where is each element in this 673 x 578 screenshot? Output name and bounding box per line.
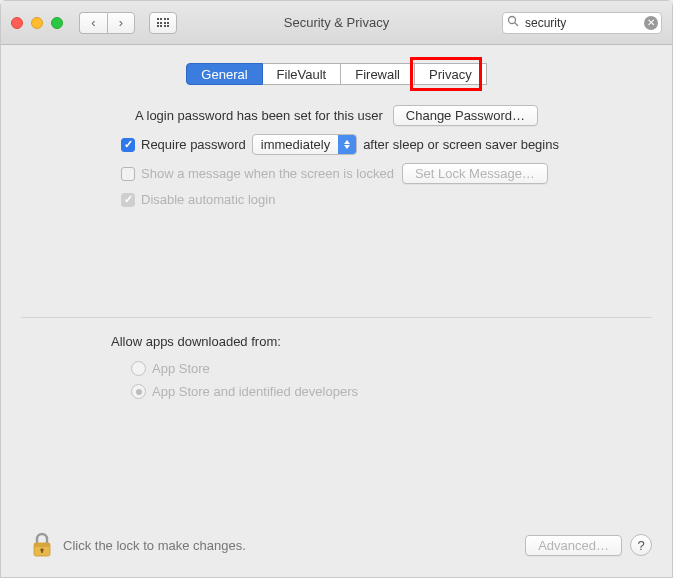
require-password-delay-select[interactable]: immediately [252,134,357,155]
show-message-label: Show a message when the screen is locked [141,166,394,181]
minimize-window-button[interactable] [31,17,43,29]
tab-firewall[interactable]: Firewall [341,63,415,85]
lock-icon [29,531,55,559]
radio-row-app-store: App Store [21,361,652,376]
allow-apps-title: Allow apps downloaded from: [21,334,652,349]
radio-app-store-label: App Store [152,361,210,376]
radio-identified-label: App Store and identified developers [152,384,358,399]
require-password-row: Require password immediately after sleep… [21,134,652,155]
disable-auto-login-row: Disable automatic login [21,192,652,207]
grid-icon [157,18,170,27]
disable-auto-login-label: Disable automatic login [141,192,275,207]
lock-text: Click the lock to make changes. [63,538,246,553]
window-title: Security & Privacy [284,15,389,30]
chevron-right-icon: › [119,15,123,30]
lock-button[interactable] [29,531,55,559]
show-all-button[interactable] [149,12,177,34]
divider [21,317,652,318]
change-password-button[interactable]: Change Password… [393,105,538,126]
radio-identified-developers [131,384,146,399]
svg-line-1 [515,23,518,26]
traffic-lights [11,17,63,29]
svg-point-0 [509,17,516,24]
select-value: immediately [261,137,330,152]
chevron-updown-icon [338,135,356,154]
titlebar: ‹ › Security & Privacy ✕ [1,1,672,45]
login-password-text: A login password has been set for this u… [135,108,383,123]
svg-rect-3 [34,543,50,547]
preferences-window: ‹ › Security & Privacy ✕ General FileVau… [0,0,673,578]
show-message-checkbox [121,167,135,181]
search-input[interactable] [502,12,662,34]
disable-auto-login-checkbox [121,193,135,207]
forward-button[interactable]: › [107,12,135,34]
search-wrap: ✕ [502,12,662,34]
zoom-window-button[interactable] [51,17,63,29]
footer: Click the lock to make changes. Advanced… [21,525,652,563]
require-password-checkbox[interactable] [121,138,135,152]
help-button[interactable]: ? [630,534,652,556]
login-password-row: A login password has been set for this u… [21,105,652,126]
content-pane: General FileVault Firewall Privacy A log… [1,45,672,577]
back-button[interactable]: ‹ [79,12,107,34]
close-window-button[interactable] [11,17,23,29]
help-icon: ? [637,538,644,553]
nav-buttons: ‹ › [79,12,135,34]
tab-general[interactable]: General [186,63,262,85]
show-message-row: Show a message when the screen is locked… [21,163,652,184]
radio-app-store [131,361,146,376]
tab-bar: General FileVault Firewall Privacy [21,63,652,85]
require-password-label: Require password [141,137,246,152]
radio-row-identified: App Store and identified developers [21,384,652,399]
require-password-suffix: after sleep or screen saver begins [363,137,559,152]
clear-search-icon[interactable]: ✕ [644,16,658,30]
svg-rect-5 [41,550,43,553]
set-lock-message-button: Set Lock Message… [402,163,548,184]
tab-privacy[interactable]: Privacy [415,63,487,85]
search-icon [507,15,519,30]
tab-filevault[interactable]: FileVault [263,63,342,85]
advanced-button[interactable]: Advanced… [525,535,622,556]
chevron-left-icon: ‹ [91,15,95,30]
